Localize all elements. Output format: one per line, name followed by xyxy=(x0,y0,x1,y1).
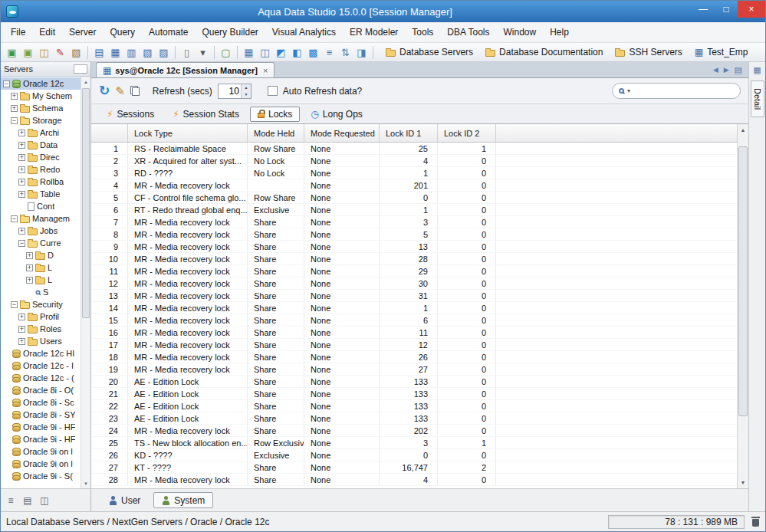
tree-item-archi[interactable]: +Archi xyxy=(1,126,81,139)
subtab-locks[interactable]: Locks xyxy=(250,107,300,122)
tree-item-oracle-9i-hf[interactable]: Oracle 9i - HF xyxy=(1,433,81,445)
dock-folder-icon[interactable]: ◫ xyxy=(37,493,52,508)
expand-toggle-icon[interactable]: + xyxy=(18,179,25,186)
tab-scroll-left-icon[interactable]: ◀ xyxy=(713,66,718,74)
tree-item-jobs[interactable]: +Jobs xyxy=(1,225,81,237)
table-row[interactable]: 23AE - Edition LockShareNone1330 xyxy=(91,412,737,425)
freeze-pane-icon[interactable]: ◨ xyxy=(353,44,370,60)
tree-item-schema[interactable]: +Schema xyxy=(1,102,81,114)
tree-item-oracle-12c[interactable]: −Oracle 12c xyxy=(1,77,81,90)
expand-toggle-icon[interactable]: + xyxy=(26,252,33,259)
tree-item-s[interactable]: S xyxy=(1,286,81,298)
expand-toggle-icon[interactable]: + xyxy=(18,166,25,173)
sidebar-scrollbar[interactable]: ▲ ▼ xyxy=(81,77,90,488)
tree-item-l[interactable]: +L xyxy=(1,274,81,286)
tree-item-oracle-9i-on-l[interactable]: Oracle 9i on l xyxy=(1,445,81,458)
subtab-sessions[interactable]: ⚡Sessions xyxy=(99,107,162,122)
table-row[interactable]: 4MR - Media recovery lockNone2010 xyxy=(91,179,737,192)
expand-toggle-icon[interactable]: + xyxy=(11,93,18,100)
grid-view-icon[interactable]: ▦ xyxy=(241,44,257,60)
expand-toggle-icon[interactable]: + xyxy=(26,277,33,284)
maximize-button[interactable]: □ xyxy=(715,1,738,18)
table-row[interactable]: 14MR - Media recovery lockShareNone10 xyxy=(91,302,737,314)
tree-item-oracle-12c-i[interactable]: Oracle 12c - I xyxy=(1,360,81,372)
tree-item-oracle-12c[interactable]: Oracle 12c - ( xyxy=(1,372,81,384)
table-row[interactable]: 24MR - Media recovery lockShareNone2020 xyxy=(91,425,737,437)
sort-rows-icon[interactable]: ⇅ xyxy=(337,44,353,60)
column-header-lock-id-2[interactable]: Lock ID 2 xyxy=(438,124,496,142)
table-row[interactable]: 19MR - Media recovery lockShareNone270 xyxy=(91,363,737,376)
scroll-down-icon[interactable]: ▼ xyxy=(81,478,90,488)
detail-panel-icon[interactable]: ▦ xyxy=(753,65,761,75)
bottom-tab-system[interactable]: System xyxy=(153,492,213,508)
tree-item-direc[interactable]: +Direc xyxy=(1,151,81,163)
test-emp-button[interactable]: ▦Test_Emp xyxy=(689,44,754,60)
minimize-button[interactable]: — xyxy=(692,1,715,18)
table-row[interactable]: 13MR - Media recovery lockShareNone310 xyxy=(91,290,737,302)
menu-help[interactable]: Help xyxy=(543,22,576,42)
expand-toggle-icon[interactable]: + xyxy=(18,154,25,161)
table-row[interactable]: 6RT - Redo thread global enq...Exclusive… xyxy=(91,204,737,216)
grid-scroll-up-icon[interactable]: ▲ xyxy=(738,124,748,136)
tab-list-icon[interactable]: ▤ xyxy=(735,65,742,75)
auto-refresh-checkbox[interactable] xyxy=(268,86,278,96)
subtab-long-ops[interactable]: ◷Long Ops xyxy=(303,107,370,122)
table-row[interactable]: 25TS - New block allocation en...Row Exc… xyxy=(91,437,737,449)
grid-scrollbar[interactable]: ▲ ▼ xyxy=(737,124,748,488)
expand-toggle-icon[interactable]: + xyxy=(18,142,25,149)
server-monitor-icon[interactable]: ▢ xyxy=(218,44,234,60)
edit-server-icon[interactable]: ✎ xyxy=(52,44,68,60)
grid-all-icon[interactable]: ▩ xyxy=(305,44,321,60)
column-header-lock-id-1[interactable]: Lock ID 1 xyxy=(380,124,438,142)
grid-scroll-down-icon[interactable]: ▼ xyxy=(738,477,748,488)
tree-item-d[interactable]: +D xyxy=(1,249,81,261)
table-row[interactable]: 2XR - Acquired for alter syst...No LockN… xyxy=(91,155,737,167)
table-row[interactable]: 9MR - Media recovery lockShareNone130 xyxy=(91,241,737,253)
import-servers-icon[interactable]: ◫ xyxy=(36,44,52,60)
results-grid-icon[interactable]: ▦ xyxy=(107,44,123,60)
expand-toggle-icon[interactable]: + xyxy=(26,264,33,271)
clear-results-icon[interactable]: ✎ xyxy=(115,85,125,97)
collapse-toggle-icon[interactable]: − xyxy=(11,117,18,124)
expand-toggle-icon[interactable]: + xyxy=(18,228,25,235)
copy-icon[interactable] xyxy=(130,86,140,96)
expand-toggle-icon[interactable]: + xyxy=(18,326,25,333)
split-top-icon[interactable]: ◩ xyxy=(273,44,289,60)
dock-grid-icon[interactable]: ▤ xyxy=(20,493,35,508)
table-row[interactable]: 7MR - Media recovery lockShareNone30 xyxy=(91,216,737,228)
open-table-icon[interactable]: ▨ xyxy=(156,44,172,60)
tree-item-managem[interactable]: −Managem xyxy=(1,212,81,225)
menu-tools[interactable]: Tools xyxy=(405,22,440,42)
column-header-mode-requested[interactable]: Mode Requested xyxy=(304,124,380,142)
tree-item-oracle-8i-o[interactable]: Oracle 8i - O( xyxy=(1,384,81,396)
tree-item-security[interactable]: −Security xyxy=(1,298,81,310)
table-row[interactable]: 28MR - Media recovery lockShareNone40 xyxy=(91,474,737,486)
expand-toggle-icon[interactable]: + xyxy=(18,191,25,198)
tree-item-my-schem[interactable]: +My Schem xyxy=(1,90,81,102)
refresh-secs-input[interactable] xyxy=(219,84,241,98)
menu-automate[interactable]: Automate xyxy=(142,22,195,42)
table-row[interactable]: 5CF - Control file schema glo...Row Shar… xyxy=(91,192,737,204)
tab-close-icon[interactable]: × xyxy=(263,66,268,75)
collapse-toggle-icon[interactable]: − xyxy=(3,80,10,87)
table-row[interactable]: 17MR - Media recovery lockShareNone120 xyxy=(91,339,737,351)
sidebar-scrollbar-thumb[interactable] xyxy=(82,88,90,318)
collapse-toggle-icon[interactable]: − xyxy=(11,215,18,222)
column-header-mode-held[interactable]: Mode Held xyxy=(248,124,304,142)
ssh-servers-button[interactable]: SSH Servers xyxy=(609,44,688,60)
menu-server[interactable]: Server xyxy=(62,22,103,42)
row-lines-icon[interactable]: ≡ xyxy=(321,44,337,60)
tree-item-cont[interactable]: Cont xyxy=(1,200,81,212)
export-grid-icon[interactable]: ▧ xyxy=(140,44,156,60)
table-row[interactable]: 15MR - Media recovery lockShareNone60 xyxy=(91,314,737,327)
table-row[interactable]: 26KD - ????ExclusiveNone00 xyxy=(91,449,737,461)
servers-filter-button[interactable] xyxy=(74,64,87,74)
menu-er-modeler[interactable]: ER Modeler xyxy=(343,22,405,42)
expand-toggle-icon[interactable]: + xyxy=(18,314,25,320)
tree-item-redo[interactable]: +Redo xyxy=(1,163,81,176)
close-button[interactable]: × xyxy=(738,1,765,18)
collapse-toggle-icon[interactable]: − xyxy=(11,301,18,308)
scripting-icon[interactable]: ▧ xyxy=(68,44,84,60)
table-row[interactable]: 1RS - Reclaimable SpaceRow ShareNone251 xyxy=(91,143,737,155)
scroll-up-icon[interactable]: ▲ xyxy=(81,77,90,87)
